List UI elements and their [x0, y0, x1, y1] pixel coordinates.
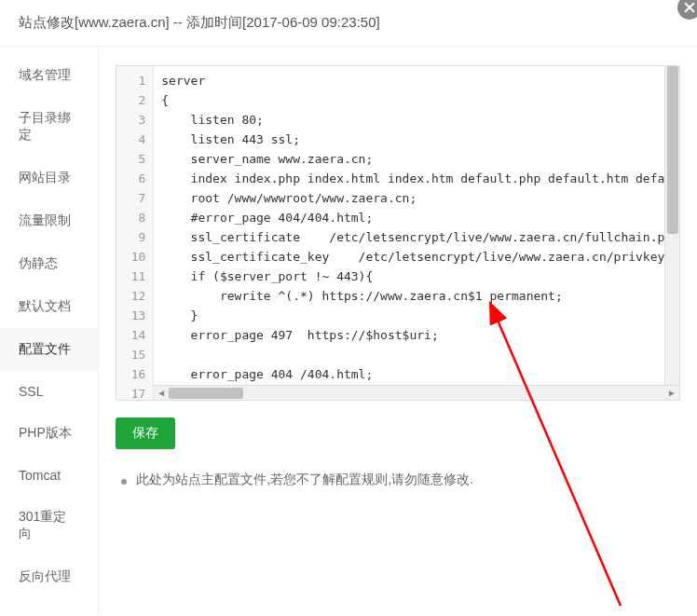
note-text: 此处为站点主配置文件,若您不了解配置规则,请勿随意修改. — [136, 472, 473, 488]
modal-header: 站点修改[www.zaera.cn] -- 添加时间[2017-06-09 09… — [0, 0, 697, 47]
close-button[interactable] — [677, 0, 697, 20]
code-line[interactable]: index index.php index.html index.htm def… — [161, 169, 679, 188]
line-number: 14 — [116, 325, 145, 345]
line-number: 3 — [116, 110, 145, 130]
scroll-thumb-vertical[interactable] — [667, 66, 678, 234]
line-number: 16 — [116, 364, 145, 384]
code-line[interactable]: server_name www.zaera.cn; — [161, 149, 679, 169]
line-number: 1 — [116, 71, 145, 90]
save-button[interactable]: 保存 — [116, 418, 175, 449]
code-line[interactable]: { — [161, 90, 679, 110]
code-area[interactable]: server{ listen 80; listen 443 ssl; serve… — [154, 66, 679, 400]
scroll-thumb-horizontal[interactable] — [169, 388, 243, 399]
code-line[interactable]: ssl_certificate_key /etc/letsencrypt/liv… — [161, 247, 679, 267]
sidebar-item-domain[interactable]: 域名管理 — [0, 54, 98, 97]
main-panel: 1234567891011121314151617 server{ listen… — [99, 47, 697, 615]
line-number: 8 — [116, 208, 145, 227]
sidebar-item-rewrite[interactable]: 伪静态 — [0, 242, 98, 285]
code-line[interactable]: error_page 404 /404.html; — [161, 364, 679, 384]
code-line[interactable]: #error_page 404/404.html; — [161, 208, 679, 227]
code-line[interactable]: listen 80; — [161, 110, 679, 130]
line-number: 2 — [116, 90, 145, 110]
line-number: 7 — [116, 188, 145, 208]
sidebar: 域名管理 子目录绑定 网站目录 流量限制 伪静态 默认文档 配置文件 SSL P… — [0, 47, 99, 615]
sidebar-item-301[interactable]: 301重定向 — [0, 496, 98, 555]
scrollbar-horizontal[interactable]: ◄ ► — [154, 385, 679, 400]
config-editor[interactable]: 1234567891011121314151617 server{ listen… — [116, 65, 680, 401]
sidebar-item-ssl[interactable]: SSL — [0, 371, 98, 412]
code-line[interactable]: if ($server_port !~ 443){ — [161, 267, 679, 286]
line-number: 11 — [116, 267, 145, 286]
scrollbar-vertical[interactable] — [664, 66, 679, 385]
modal-title: 站点修改[www.zaera.cn] -- 添加时间[2017-06-09 09… — [19, 14, 380, 30]
scroll-left-arrow[interactable]: ◄ — [154, 386, 169, 401]
code-line[interactable]: ssl_certificate /etc/letsencrypt/live/ww… — [161, 227, 679, 247]
code-line[interactable]: } — [161, 306, 679, 325]
sidebar-item-sitedir[interactable]: 网站目录 — [0, 157, 98, 199]
code-line[interactable]: listen 443 ssl; — [161, 130, 679, 149]
line-number: 5 — [116, 149, 145, 169]
line-number: 6 — [116, 169, 145, 188]
line-number: 13 — [116, 306, 145, 325]
line-number: 12 — [116, 286, 145, 306]
code-line[interactable]: rewrite ^(.*) https://www.zaera.cn$1 per… — [161, 286, 679, 306]
code-line[interactable]: server — [161, 71, 679, 90]
sidebar-item-config[interactable]: 配置文件 — [0, 328, 98, 371]
line-number: 9 — [116, 227, 145, 247]
code-line[interactable]: error_page 497 https://$host$uri; — [161, 325, 679, 345]
code-line[interactable] — [161, 345, 679, 364]
line-gutter: 1234567891011121314151617 — [116, 66, 154, 400]
sidebar-item-subdir[interactable]: 子目录绑定 — [0, 97, 98, 157]
line-number: 15 — [116, 345, 145, 364]
line-number: 17 — [116, 384, 145, 401]
close-icon — [684, 2, 695, 13]
sidebar-item-default-doc[interactable]: 默认文档 — [0, 285, 98, 328]
scroll-right-arrow[interactable]: ► — [664, 386, 679, 401]
sidebar-item-php[interactable]: PHP版本 — [0, 412, 98, 455]
bullet-icon — [121, 479, 127, 485]
line-number: 4 — [116, 130, 145, 149]
sidebar-item-traffic[interactable]: 流量限制 — [0, 199, 98, 242]
line-number: 10 — [116, 247, 145, 267]
config-note: 此处为站点主配置文件,若您不了解配置规则,请勿随意修改. — [116, 472, 680, 488]
sidebar-item-proxy[interactable]: 反向代理 — [0, 555, 98, 598]
code-line[interactable]: root /www/wwwroot/www.zaera.cn; — [161, 188, 679, 208]
sidebar-item-tomcat[interactable]: Tomcat — [0, 455, 98, 496]
